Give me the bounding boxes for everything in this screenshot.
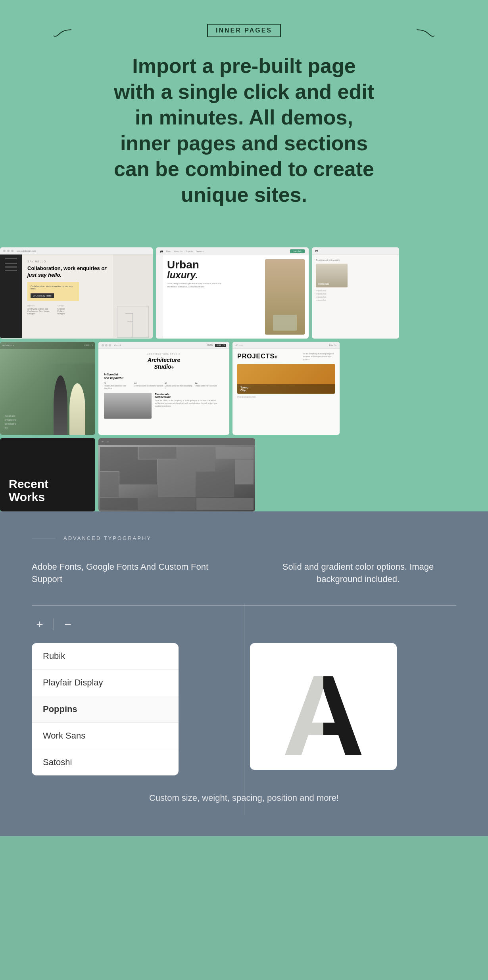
intro-right-text: Solid and gradient color options. Image … [260, 561, 456, 586]
curl-left-decoration [52, 28, 75, 40]
screenshots-section: ww archdesign.com SAY HELLO Collaboratio… [0, 247, 488, 511]
preview-letter-svg: A A [272, 649, 375, 764]
person-screenshot: the art and bringing the gs including th… [0, 342, 95, 435]
font-item-worksans[interactable]: Work Sans [32, 723, 179, 749]
nav-url: ww archdesign.com [17, 250, 36, 252]
contact-screenshot: ww archdesign.com SAY HELLO Collaboratio… [0, 247, 153, 339]
screenshots-row-2: the art and bringing the gs including th… [0, 342, 488, 435]
curl-right-decoration [413, 28, 436, 40]
partial-screenshot-3: W Trust trained with weekly architecture… [312, 247, 399, 339]
font-item-playfair[interactable]: Playfair Display [32, 670, 179, 696]
hero-heading: Import a pre-built page with a single cl… [109, 53, 379, 208]
font-selector-wrapper: Rubik Playfair Display Poppins Work Sans… [32, 643, 456, 775]
dark-city-screenshot: W · · · A [98, 438, 255, 511]
font-list-panel: Rubik Playfair Display Poppins Work Sans… [32, 643, 238, 775]
font-size-decrease-button[interactable]: − [60, 618, 76, 631]
browser-dot-2 [7, 250, 10, 252]
section-label: ADVANCED TYPOGRAPHY [32, 535, 456, 541]
inner-pages-badge: INNER PAGES [207, 24, 281, 37]
font-item-satoshi[interactable]: Satoshi [32, 749, 179, 775]
font-list: Rubik Playfair Display Poppins Work Sans… [32, 643, 179, 775]
architecture-studio-screenshot: W · · · A MENU HIRE US ARCHITECTURE STUD… [98, 342, 229, 435]
font-preview-box: A A [250, 643, 397, 770]
screenshots-row-1: ww archdesign.com SAY HELLO Collaboratio… [0, 247, 488, 339]
screenshots-row-3: Recent Works W · · · A [0, 438, 488, 511]
controls-separator [54, 618, 54, 630]
recent-works-title: Recent Works [9, 477, 86, 503]
font-item-rubik[interactable]: Rubik [32, 643, 179, 670]
top-section: INNER PAGES Import a pre-built page with… [0, 0, 488, 247]
typography-section: ADVANCED TYPOGRAPHY Adobe Fonts, Google … [0, 511, 488, 836]
intro-left-text: Adobe Fonts, Google Fonts And Custom Fon… [32, 561, 228, 586]
recent-works-screenshot: Recent Works [0, 438, 95, 511]
font-size-increase-button[interactable]: + [32, 618, 48, 631]
browser-dot-3 [11, 250, 13, 252]
urban-luxury-screenshot: W Menu About Us Projects Services Let's … [156, 247, 309, 339]
browser-dot-1 [3, 250, 6, 252]
vertical-divider [244, 603, 244, 815]
projects-screenshot: W · · · A Filter By PROJECTS® As the com… [232, 342, 340, 435]
typography-intro: Adobe Fonts, Google Fonts And Custom Fon… [32, 561, 456, 586]
font-preview-panel: A A [250, 643, 456, 775]
font-item-poppins[interactable]: Poppins [32, 696, 179, 723]
